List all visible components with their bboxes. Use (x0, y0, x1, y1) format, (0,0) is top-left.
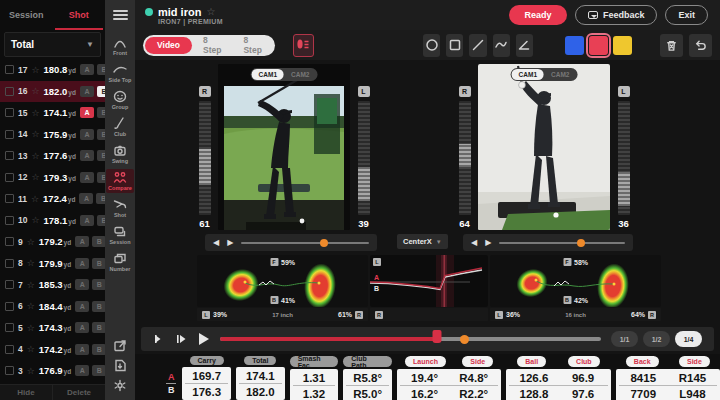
scrub-thumb[interactable] (577, 239, 585, 247)
cam1-button[interactable]: CAM1 (512, 69, 544, 80)
chip-b[interactable]: B (97, 107, 105, 118)
timeline-track[interactable] (220, 337, 601, 341)
chip-a[interactable]: A (75, 258, 89, 269)
chip-a[interactable]: A (75, 344, 89, 355)
cam1-button[interactable]: CAM1 (252, 69, 284, 80)
shot-checkbox[interactable] (5, 237, 14, 246)
ready-button[interactable]: Ready (509, 5, 567, 25)
chip-b[interactable]: B (92, 301, 105, 312)
star-icon[interactable]: ☆ (31, 172, 39, 182)
delete-drawing-button[interactable] (660, 34, 683, 57)
undo-button[interactable] (689, 34, 712, 57)
star-icon[interactable]: ☆ (27, 301, 35, 311)
shot-row[interactable]: 10☆178.1ydAB (0, 210, 105, 232)
frame-forward-button[interactable]: ▶ (227, 239, 233, 247)
shot-row[interactable]: 15☆174.1ydAB (0, 102, 105, 124)
sidebar-item-side-top[interactable]: Side Top (106, 61, 134, 85)
chip-b[interactable]: B (92, 322, 105, 333)
chip-b[interactable]: B (92, 258, 105, 269)
chip-b[interactable]: B (92, 344, 105, 355)
shot-checkbox[interactable] (5, 194, 14, 203)
star-icon[interactable]: ☆ (31, 129, 39, 139)
star-icon[interactable]: ☆ (27, 237, 35, 247)
star-icon[interactable]: ☆ (31, 108, 39, 118)
star-icon[interactable]: ☆ (31, 215, 39, 225)
chip-a[interactable]: A (75, 365, 89, 376)
cam2-button[interactable]: CAM2 (544, 69, 576, 80)
shot-row[interactable]: 17☆180.8ydAB (0, 59, 105, 81)
shot-row[interactable]: 6☆184.4ydAB (0, 296, 105, 318)
chip-a[interactable]: A (75, 301, 89, 312)
star-icon[interactable]: ☆ (31, 194, 39, 204)
shot-checkbox[interactable] (5, 108, 14, 117)
chip-b[interactable]: B (97, 150, 105, 161)
shot-row[interactable]: 12☆179.3ydAB (0, 167, 105, 189)
draw-rect-tool[interactable] (446, 34, 463, 57)
star-icon[interactable]: ☆ (31, 65, 39, 75)
mode-8step-a-button[interactable]: 8 Step (192, 35, 232, 55)
shot-row[interactable]: 9☆179.2ydAB (0, 231, 105, 253)
sidebar-item-group[interactable]: Group (106, 88, 134, 112)
shot-row[interactable]: 4☆174.2ydAB (0, 339, 105, 361)
filter-dropdown[interactable]: Total▼ (4, 32, 101, 57)
tab-shot[interactable]: Shot (53, 0, 106, 30)
shot-row[interactable]: 5☆174.3ydAB (0, 317, 105, 339)
mode-video-button[interactable]: Video (145, 37, 192, 54)
shot-checkbox[interactable] (5, 259, 14, 268)
shot-row[interactable]: 8☆179.9ydAB (0, 253, 105, 275)
star-icon[interactable]: ☆ (27, 344, 35, 354)
frame-back-button[interactable]: ◀ (213, 239, 219, 247)
star-icon[interactable]: ☆ (27, 366, 35, 376)
chip-b[interactable]: B (92, 365, 105, 376)
chip-b[interactable]: B (92, 279, 105, 290)
chip-a[interactable]: A (75, 322, 89, 333)
meter-bar[interactable] (358, 101, 370, 215)
next-frame-button[interactable] (175, 334, 187, 344)
sidebar-item-shot[interactable]: Shot (106, 196, 134, 220)
sidebar-item-front[interactable]: Front (106, 34, 134, 58)
chip-a[interactable]: A (80, 150, 94, 161)
chip-a[interactable]: A (75, 279, 89, 290)
feedback-button[interactable]: Feedback (575, 5, 658, 25)
star-icon[interactable]: ☆ (27, 258, 35, 268)
delete-button[interactable]: Delete (53, 385, 105, 400)
mode-8step-b-button[interactable]: 8 Step (232, 35, 272, 55)
star-icon[interactable]: ☆ (27, 323, 35, 333)
color-blue-swatch[interactable] (565, 36, 584, 55)
shot-checkbox[interactable] (5, 130, 14, 139)
import-button[interactable] (106, 357, 134, 374)
chip-a[interactable]: A (80, 64, 94, 75)
shot-row[interactable]: 7☆185.3ydAB (0, 274, 105, 296)
cam2-button[interactable]: CAM2 (284, 69, 316, 80)
meter-bar[interactable] (459, 101, 471, 215)
color-yellow-swatch[interactable] (613, 36, 632, 55)
settings-button[interactable] (106, 377, 134, 394)
meter-bar[interactable] (618, 101, 630, 215)
sidebar-item-compare[interactable]: Compare (106, 169, 134, 193)
shot-row[interactable]: 3☆176.9ydAB (0, 360, 105, 382)
chip-a[interactable]: A (80, 107, 94, 118)
chip-b[interactable]: B (92, 236, 105, 247)
export-button[interactable] (106, 337, 134, 354)
sidebar-item-swing[interactable]: Swing (106, 142, 134, 166)
sidebar-item-number[interactable]: Number (106, 250, 134, 274)
timeline-thumb[interactable] (460, 335, 469, 344)
menu-button[interactable] (105, 0, 135, 30)
speed-1-4-button[interactable]: 1/4 (675, 331, 702, 347)
draw-circle-tool[interactable] (423, 34, 440, 57)
color-red-swatch[interactable] (589, 36, 608, 55)
star-icon[interactable]: ☆ (31, 151, 39, 161)
meter-bar[interactable] (199, 101, 211, 215)
star-icon[interactable]: ☆ (31, 86, 39, 96)
shot-row[interactable]: 13☆177.6ydAB (0, 145, 105, 167)
impact-marker[interactable] (433, 330, 442, 343)
pressure-overlay-button[interactable] (293, 34, 314, 57)
shot-checkbox[interactable] (5, 216, 14, 225)
shot-checkbox[interactable] (5, 65, 14, 74)
speed-1-1-button[interactable]: 1/1 (611, 331, 638, 347)
hide-button[interactable]: Hide (0, 385, 53, 400)
scrub-track[interactable] (241, 242, 369, 244)
chip-b[interactable]: B (97, 86, 105, 97)
video-player-a[interactable]: CAM1 CAM2 (218, 64, 350, 230)
star-icon[interactable]: ☆ (27, 280, 35, 290)
